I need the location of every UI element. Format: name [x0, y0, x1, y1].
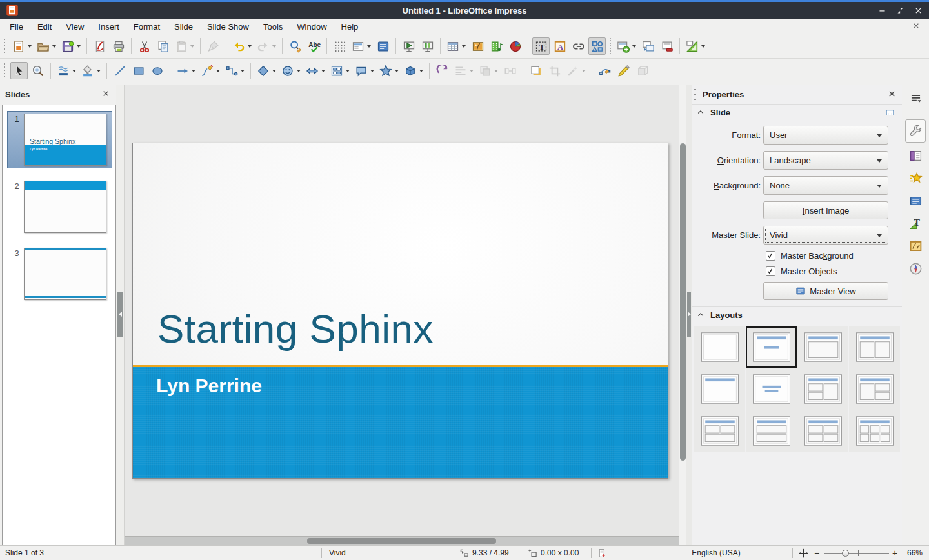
- dropdown-arrow-icon[interactable]: [632, 45, 636, 48]
- dropdown-arrow-icon[interactable]: [248, 45, 252, 48]
- edit-canvas[interactable]: Starting Sphinx Lyn Perrine: [124, 85, 679, 545]
- 3d-objects-button[interactable]: [402, 62, 425, 79]
- horizontal-scrollbar[interactable]: [125, 536, 679, 545]
- layout-centered-text[interactable]: [746, 368, 797, 410]
- find-replace-button[interactable]: [286, 37, 304, 55]
- object-size-field[interactable]: 0.00 x 0.00: [528, 546, 579, 560]
- sidebar-tab-sidebar-menu[interactable]: [905, 88, 926, 108]
- dropdown-arrow-icon[interactable]: [462, 45, 466, 48]
- master-slide-dropdown[interactable]: Vivid: [763, 226, 888, 245]
- show-draw-functions-button[interactable]: [588, 37, 606, 55]
- master-view-button[interactable]: Master View: [763, 282, 888, 300]
- zoom-level-field[interactable]: 66%: [907, 546, 923, 560]
- dropdown-arrow-icon[interactable]: [321, 70, 325, 72]
- titlebar[interactable]: Untitled 1 - LibreOffice Impress: [0, 2, 929, 19]
- layout-title-only[interactable]: [694, 368, 745, 410]
- dropdown-arrow-icon[interactable]: [494, 70, 498, 72]
- dropdown-arrow-icon[interactable]: [701, 45, 705, 48]
- crop-image-button[interactable]: [546, 62, 563, 79]
- master-background-checkbox[interactable]: [766, 251, 775, 261]
- menu-slide-show[interactable]: Slide Show: [200, 21, 256, 33]
- menu-file[interactable]: File: [3, 21, 30, 33]
- ellipse-button[interactable]: [148, 62, 166, 79]
- sidebar-tab-styles[interactable]: T: [905, 214, 926, 233]
- line-color-button[interactable]: [55, 62, 78, 79]
- insert-chart-button[interactable]: [506, 37, 524, 55]
- menu-view[interactable]: View: [59, 21, 91, 33]
- dropdown-arrow-icon[interactable]: [272, 45, 276, 48]
- open-button[interactable]: [35, 37, 58, 55]
- rotate-button[interactable]: [434, 62, 451, 79]
- format-dropdown[interactable]: User: [763, 126, 888, 145]
- slide-title-text[interactable]: Starting Sphinx: [157, 306, 434, 352]
- rectangle-button[interactable]: [130, 62, 147, 79]
- insert-image-button[interactable]: [469, 37, 486, 55]
- toolbar-grip[interactable]: [3, 63, 7, 79]
- display-mode-button[interactable]: [374, 37, 392, 55]
- sidebar-tab-gallery[interactable]: [905, 236, 926, 255]
- menu-edit[interactable]: Edit: [30, 21, 59, 33]
- insert-table-button[interactable]: [445, 37, 468, 55]
- insert-audio-video-button[interactable]: [488, 37, 505, 55]
- select-button[interactable]: [10, 62, 28, 79]
- export-pdf-button[interactable]: [91, 37, 108, 55]
- flowchart-button[interactable]: [328, 62, 352, 79]
- redo-button[interactable]: [255, 37, 278, 55]
- undo-button[interactable]: [230, 37, 254, 55]
- slide-section-header[interactable]: Slide: [692, 104, 902, 121]
- toolbar-grip[interactable]: [3, 38, 7, 55]
- menu-tools[interactable]: Tools: [256, 21, 290, 33]
- dropdown-arrow-icon[interactable]: [272, 70, 276, 72]
- sidebar-splitter[interactable]: [686, 85, 692, 545]
- sidebar-tab-slide-transition[interactable]: [905, 146, 926, 165]
- symbol-shapes-button[interactable]: [279, 62, 303, 79]
- dropdown-arrow-icon[interactable]: [190, 45, 194, 48]
- layout-title-content-and-2-content[interactable]: [849, 368, 900, 410]
- sidebar-tab-properties[interactable]: [905, 119, 926, 143]
- delete-slide-button[interactable]: [658, 37, 675, 55]
- zoom-slider-thumb[interactable]: [842, 550, 849, 557]
- stars-banners-button[interactable]: [377, 62, 401, 79]
- lines-and-arrows-button[interactable]: [174, 62, 197, 79]
- zoom-pan-button[interactable]: [29, 62, 46, 79]
- new-presentation-button[interactable]: [10, 37, 34, 55]
- sidebar-tab-master-slides[interactable]: [905, 191, 926, 210]
- vertical-scrollbar[interactable]: [679, 85, 686, 545]
- layout-title-content-over-content[interactable]: [746, 410, 797, 452]
- dropdown-arrow-icon[interactable]: [297, 70, 301, 72]
- clone-formatting-button[interactable]: [205, 37, 222, 55]
- spelling-button[interactable]: Abc: [305, 37, 323, 55]
- save-button[interactable]: [59, 37, 83, 55]
- curves-polygons-button[interactable]: [199, 62, 222, 79]
- dropdown-arrow-icon[interactable]: [582, 70, 586, 72]
- dropdown-arrow-icon[interactable]: [52, 45, 56, 48]
- slide-properties-button[interactable]: [684, 37, 707, 55]
- connectors-button[interactable]: [223, 62, 246, 79]
- master-slide-field[interactable]: Vivid: [329, 546, 346, 560]
- copy-button[interactable]: [154, 37, 172, 55]
- layouts-section-header[interactable]: Layouts: [692, 306, 902, 323]
- slide-page[interactable]: Starting Sphinx Lyn Perrine: [132, 143, 668, 479]
- more-options-icon[interactable]: [886, 108, 895, 117]
- cut-button[interactable]: [135, 37, 153, 55]
- collapse-sidebar-handle[interactable]: [687, 292, 691, 337]
- edit-points-button[interactable]: [596, 62, 614, 79]
- collapse-section-chevron-icon[interactable]: [697, 311, 705, 319]
- layout-title-4-content[interactable]: [797, 410, 848, 452]
- slide-thumbnail-1[interactable]: 1Starting SphinxLyn Perrine: [7, 111, 112, 168]
- insert-hyperlink-button[interactable]: [570, 37, 587, 55]
- sidebar-tab-animation[interactable]: [905, 168, 926, 188]
- dropdown-arrow-icon[interactable]: [28, 45, 32, 48]
- new-slide-button[interactable]: [615, 37, 638, 55]
- align-objects-button[interactable]: [452, 62, 475, 79]
- slide-subtitle-band[interactable]: Lyn Perrine: [133, 367, 668, 478]
- menu-window[interactable]: Window: [290, 21, 334, 33]
- insert-line-button[interactable]: [111, 62, 128, 79]
- layout-blank[interactable]: [694, 326, 745, 368]
- dropdown-arrow-icon[interactable]: [241, 70, 245, 72]
- image-filter-button[interactable]: [564, 62, 588, 79]
- minimize-button[interactable]: [876, 5, 888, 16]
- restore-button[interactable]: [894, 5, 906, 16]
- panel-grip[interactable]: [694, 88, 697, 100]
- collapse-slides-panel-handle[interactable]: [117, 292, 123, 337]
